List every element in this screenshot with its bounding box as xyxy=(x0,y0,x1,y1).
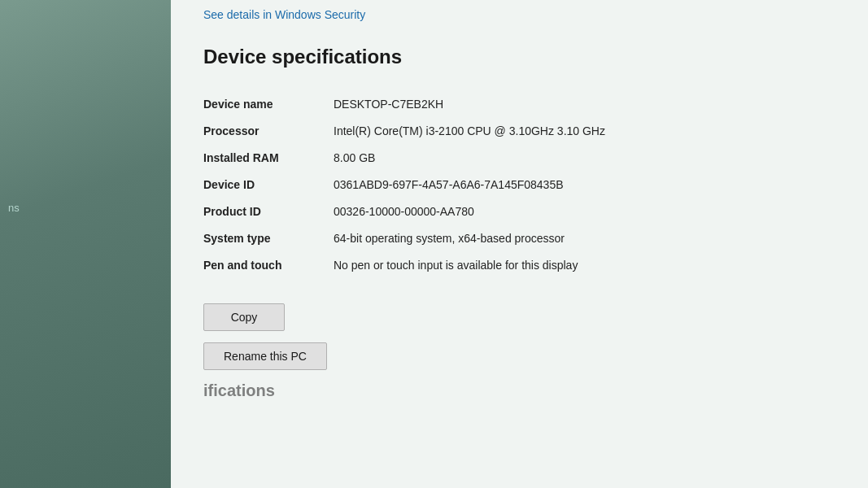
spec-label: Installed RAM xyxy=(203,145,334,172)
spec-label: System type xyxy=(203,225,334,252)
spec-label: Device ID xyxy=(203,172,334,198)
section-title: Device specifications xyxy=(203,46,835,68)
sidebar-label: ns xyxy=(8,202,20,214)
table-row: Installed RAM8.00 GB xyxy=(203,145,835,172)
spec-value: No pen or touch input is available for t… xyxy=(334,252,835,279)
spec-value: 00326-10000-00000-AA780 xyxy=(334,198,835,225)
copy-button[interactable]: Copy xyxy=(203,303,285,331)
spec-value: 64-bit operating system, x64-based proce… xyxy=(334,225,835,252)
table-row: Device nameDESKTOP-C7EB2KH xyxy=(203,91,835,118)
spec-label: Product ID xyxy=(203,198,334,225)
spec-label: Processor xyxy=(203,118,334,145)
spec-label: Device name xyxy=(203,91,334,118)
spec-value: Intel(R) Core(TM) i3-2100 CPU @ 3.10GHz … xyxy=(334,118,835,145)
spec-table: Device nameDESKTOP-C7EB2KHProcessorIntel… xyxy=(203,91,835,279)
table-row: Pen and touchNo pen or touch input is av… xyxy=(203,252,835,279)
partial-footer-text: ifications xyxy=(203,381,835,400)
table-row: ProcessorIntel(R) Core(TM) i3-2100 CPU @… xyxy=(203,118,835,145)
partial-footer-label: ifications xyxy=(203,381,275,399)
windows-security-link[interactable]: See details in Windows Security xyxy=(203,8,835,21)
table-row: Device ID0361ABD9-697F-4A57-A6A6-7A145F0… xyxy=(203,172,835,198)
spec-value: DESKTOP-C7EB2KH xyxy=(334,91,835,118)
spec-value: 8.00 GB xyxy=(334,145,835,172)
rename-button-row: Rename this PC xyxy=(203,342,835,370)
main-content: See details in Windows Security Device s… xyxy=(171,0,868,488)
copy-button-row: Copy xyxy=(203,303,835,331)
spec-value: 0361ABD9-697F-4A57-A6A6-7A145F08435B xyxy=(334,172,835,198)
sidebar: ns xyxy=(0,0,171,488)
rename-pc-button[interactable]: Rename this PC xyxy=(203,342,327,370)
table-row: Product ID00326-10000-00000-AA780 xyxy=(203,198,835,225)
spec-label: Pen and touch xyxy=(203,252,334,279)
table-row: System type64-bit operating system, x64-… xyxy=(203,225,835,252)
